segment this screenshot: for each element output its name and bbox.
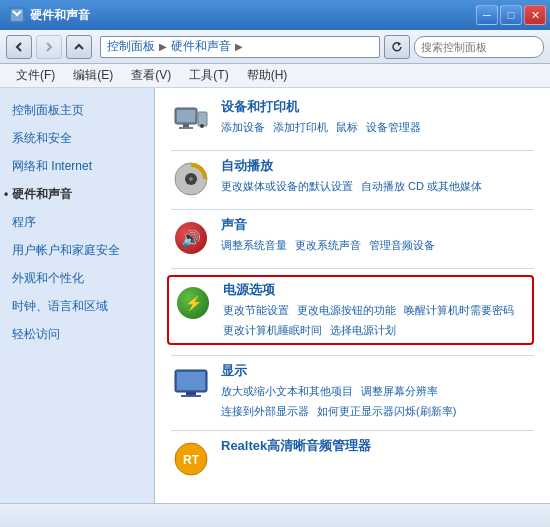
sidebar-item-programs[interactable]: 程序 (0, 208, 154, 236)
display-link-3[interactable]: 如何更正显示器闪烁(刷新率) (317, 403, 456, 421)
sound-content: 声音 调整系统音量 更改系统声音 管理音频设备 (221, 216, 534, 255)
display-link-2[interactable]: 连接到外部显示器 (221, 403, 309, 421)
power-link-4[interactable]: 选择电源计划 (330, 322, 396, 340)
autoplay-link-0[interactable]: 更改媒体或设备的默认设置 (221, 178, 353, 196)
power-link-2[interactable]: 唤醒计算机时需要密码 (404, 302, 514, 320)
devices-title[interactable]: 设备和打印机 (221, 98, 534, 116)
sound-link-2[interactable]: 管理音频设备 (369, 237, 435, 255)
sidebar-item-appearance[interactable]: 外观和个性化 (0, 264, 154, 292)
svg-rect-14 (177, 372, 205, 390)
divider-2 (171, 209, 534, 210)
power-link-0[interactable]: 更改节能设置 (223, 302, 289, 320)
svg-rect-16 (181, 395, 201, 397)
sidebar-item-hardware[interactable]: 硬件和声音 (0, 180, 154, 208)
divider-1 (171, 150, 534, 151)
power-content: 电源选项 更改节能设置 更改电源按钮的功能 唤醒计算机时需要密码 更改计算机睡眠… (223, 281, 528, 339)
display-content: 显示 放大或缩小文本和其他项目 调整屏幕分辨率 连接到外部显示器 如何更正显示器… (221, 362, 534, 420)
svg-point-12 (189, 177, 193, 181)
svg-rect-8 (198, 112, 207, 126)
window-title: 硬件和声音 (30, 7, 90, 24)
realtek-content: Realtek高清晰音频管理器 (221, 437, 534, 458)
title-bar: 硬件和声音 ─ □ ✕ (0, 0, 550, 30)
sound-icon: 🔊 (171, 218, 211, 258)
divider-5 (171, 430, 534, 431)
display-icon (171, 364, 211, 404)
autoplay-content: 自动播放 更改媒体或设备的默认设置 自动播放 CD 或其他媒体 (221, 157, 534, 196)
breadcrumb-controlpanel[interactable]: 控制面板 (107, 38, 155, 55)
sound-links: 调整系统音量 更改系统声音 管理音频设备 (221, 237, 534, 255)
main-layout: 控制面板主页 系统和安全 网络和 Internet 硬件和声音 程序 用户帐户和… (0, 88, 550, 503)
menu-bar: 文件(F) 编辑(E) 查看(V) 工具(T) 帮助(H) (0, 64, 550, 88)
up-button[interactable] (66, 35, 92, 59)
devices-links: 添加设备 添加打印机 鼠标 设备管理器 (221, 119, 534, 137)
devices-link-3[interactable]: 设备管理器 (366, 119, 421, 137)
menu-tools[interactable]: 工具(T) (181, 65, 236, 86)
svg-rect-6 (183, 124, 189, 127)
menu-view[interactable]: 查看(V) (123, 65, 179, 86)
section-power: ⚡ 电源选项 更改节能设置 更改电源按钮的功能 唤醒计算机时需要密码 更改计算机… (167, 275, 534, 345)
title-bar-left: 硬件和声音 (8, 6, 90, 24)
menu-edit[interactable]: 编辑(E) (65, 65, 121, 86)
power-title[interactable]: 电源选项 (223, 281, 528, 299)
sidebar: 控制面板主页 系统和安全 网络和 Internet 硬件和声音 程序 用户帐户和… (0, 88, 155, 503)
maximize-button[interactable]: □ (500, 5, 522, 25)
sidebar-item-users[interactable]: 用户帐户和家庭安全 (0, 236, 154, 264)
content-area: 设备和打印机 添加设备 添加打印机 鼠标 设备管理器 (155, 88, 550, 503)
menu-file[interactable]: 文件(F) (8, 65, 63, 86)
forward-button[interactable] (36, 35, 62, 59)
section-autoplay: 自动播放 更改媒体或设备的默认设置 自动播放 CD 或其他媒体 (171, 157, 534, 199)
power-link-1[interactable]: 更改电源按钮的功能 (297, 302, 396, 320)
sound-link-0[interactable]: 调整系统音量 (221, 237, 287, 255)
minimize-button[interactable]: ─ (476, 5, 498, 25)
autoplay-link-1[interactable]: 自动播放 CD 或其他媒体 (361, 178, 482, 196)
power-icon: ⚡ (173, 283, 213, 323)
section-realtek: RT Realtek高清晰音频管理器 (171, 437, 534, 479)
autoplay-links: 更改媒体或设备的默认设置 自动播放 CD 或其他媒体 (221, 178, 534, 196)
sound-title[interactable]: 声音 (221, 216, 534, 234)
close-button[interactable]: ✕ (524, 5, 546, 25)
power-links: 更改节能设置 更改电源按钮的功能 唤醒计算机时需要密码 更改计算机睡眠时间 选择… (223, 302, 528, 339)
sidebar-item-accessibility[interactable]: 轻松访问 (0, 320, 154, 348)
sound-link-1[interactable]: 更改系统声音 (295, 237, 361, 255)
breadcrumb: 控制面板 ▶ 硬件和声音 ▶ (100, 36, 380, 58)
title-bar-controls: ─ □ ✕ (476, 5, 546, 25)
realtek-icon: RT (171, 439, 211, 479)
devices-link-2[interactable]: 鼠标 (336, 119, 358, 137)
realtek-title[interactable]: Realtek高清晰音频管理器 (221, 437, 534, 455)
address-bar: 控制面板 ▶ 硬件和声音 ▶ (0, 30, 550, 64)
refresh-button[interactable] (384, 35, 410, 59)
devices-icon (171, 100, 211, 140)
svg-rect-15 (186, 392, 196, 395)
autoplay-title[interactable]: 自动播放 (221, 157, 534, 175)
back-button[interactable] (6, 35, 32, 59)
svg-point-9 (200, 124, 204, 128)
section-display: 显示 放大或缩小文本和其他项目 调整屏幕分辨率 连接到外部显示器 如何更正显示器… (171, 362, 534, 420)
power-link-3[interactable]: 更改计算机睡眠时间 (223, 322, 322, 340)
window-icon (8, 6, 26, 24)
display-title[interactable]: 显示 (221, 362, 534, 380)
sidebar-item-network[interactable]: 网络和 Internet (0, 152, 154, 180)
section-devices: 设备和打印机 添加设备 添加打印机 鼠标 设备管理器 (171, 98, 534, 140)
menu-help[interactable]: 帮助(H) (239, 65, 296, 86)
search-bar (414, 36, 544, 58)
display-links: 放大或缩小文本和其他项目 调整屏幕分辨率 连接到外部显示器 如何更正显示器闪烁(… (221, 383, 534, 420)
status-bar (0, 503, 550, 527)
breadcrumb-hardware[interactable]: 硬件和声音 (171, 38, 231, 55)
sidebar-item-home[interactable]: 控制面板主页 (0, 96, 154, 124)
sidebar-item-clock[interactable]: 时钟、语言和区域 (0, 292, 154, 320)
autoplay-icon (171, 159, 211, 199)
divider-4 (171, 355, 534, 356)
display-link-0[interactable]: 放大或缩小文本和其他项目 (221, 383, 353, 401)
svg-rect-7 (179, 127, 193, 129)
devices-content: 设备和打印机 添加设备 添加打印机 鼠标 设备管理器 (221, 98, 534, 137)
svg-rect-5 (177, 110, 195, 122)
display-link-1[interactable]: 调整屏幕分辨率 (361, 383, 438, 401)
svg-text:RT: RT (183, 453, 200, 467)
devices-link-1[interactable]: 添加打印机 (273, 119, 328, 137)
divider-3 (171, 268, 534, 269)
section-sound: 🔊 声音 调整系统音量 更改系统声音 管理音频设备 (171, 216, 534, 258)
search-input[interactable] (421, 41, 550, 53)
sidebar-item-system[interactable]: 系统和安全 (0, 124, 154, 152)
devices-link-0[interactable]: 添加设备 (221, 119, 265, 137)
